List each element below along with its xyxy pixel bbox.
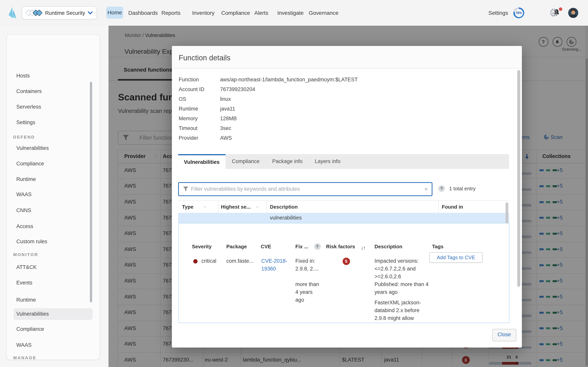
field-value-os: linux <box>220 96 231 102</box>
detail-header-description: Description <box>374 244 402 250</box>
settings-link[interactable]: Settings <box>488 0 508 26</box>
detail-header-package: Package <box>226 244 247 250</box>
top-navbar: Runtime Security Home Dashboards Reports… <box>0 0 588 26</box>
col-header-highest-severity[interactable]: Highest se... <box>221 201 251 213</box>
credits-progress-label: 78% <box>515 9 523 17</box>
field-label-function: Function <box>179 77 217 83</box>
field-label-runtime: Runtime <box>179 106 217 112</box>
close-button[interactable]: Close <box>492 329 516 341</box>
clear-filter-icon[interactable]: × <box>424 183 428 195</box>
modal-tab-compliance[interactable]: Compliance <box>225 154 266 169</box>
sort-icon[interactable]: ↓↑ <box>361 245 365 251</box>
sidebar-section-monitor: MONITOR <box>13 250 91 259</box>
field-value-timeout: 3sec <box>220 125 231 131</box>
sidebar-item-attck[interactable]: ATT&CK <box>14 261 93 273</box>
sidebar-item-cnns[interactable]: CNNS <box>14 205 93 216</box>
sidebar-scrollbar[interactable] <box>90 82 92 302</box>
sidebar-item-runtime-monitor[interactable]: Runtime <box>14 294 93 306</box>
sidebar-item-runtime-defend[interactable]: Runtime <box>14 173 93 185</box>
nav-link-reports[interactable]: Reports <box>161 0 180 26</box>
function-details-modal: Function details Function aws/ap-northea… <box>172 46 522 347</box>
sidebar-item-serverless[interactable]: Serverless <box>14 101 93 113</box>
field-value-account: 767399230204 <box>220 86 255 92</box>
module-diamond-icon <box>36 9 43 16</box>
col-header-description[interactable]: Description <box>270 201 298 213</box>
vulnerability-filter-input[interactable]: Filter vulnerabilities by keywords and a… <box>178 182 432 196</box>
vuln-table-scrollbar-thumb[interactable] <box>506 202 508 226</box>
detail-package-value: com.faste... <box>226 257 254 265</box>
desc-paragraph-2: Published: more than 4 years ago <box>374 281 429 296</box>
sort-icon[interactable]: ↓↑ <box>203 201 206 213</box>
credits-progress-ring[interactable]: 78% <box>513 7 524 18</box>
modal-scrollbar-thumb[interactable] <box>517 70 520 287</box>
sort-icon[interactable]: ↓↑ <box>256 201 259 213</box>
fix-paragraph-2: more than 4 years ago <box>295 281 321 304</box>
app-root: Runtime Security Home Dashboards Reports… <box>0 0 588 367</box>
risk-factors-badge[interactable]: 5 <box>342 258 350 265</box>
modal-tabbar: Vulnerabilities Compliance Package info … <box>178 154 509 169</box>
sidebar-card: Hosts Containers Serverless Settings DEF… <box>6 34 100 360</box>
vuln-table-header: Type ↓↑ Highest se... ↓↑ Description Fou… <box>178 200 509 213</box>
vuln-table-selected-row[interactable]: vulnerabilities <box>178 213 509 223</box>
field-label-timeout: Timeout <box>179 125 217 131</box>
sidebar-item-waas-defend[interactable]: WAAS <box>14 189 93 200</box>
sidebar-item-waas-monitor[interactable]: WAAS <box>14 339 93 351</box>
sidebar-item-access[interactable]: Access <box>14 220 93 232</box>
detail-fix-cell: Fixed in: 2.9.8, 2.... more than 4 years… <box>295 257 321 304</box>
sidebar-item-containers[interactable]: Containers <box>14 86 93 97</box>
sidebar-item-hosts[interactable]: Hosts <box>14 70 93 82</box>
vulnerability-filter-placeholder: Filter vulnerabilities by keywords and a… <box>191 183 300 195</box>
col-header-type[interactable]: Type <box>182 201 193 213</box>
sidebar-item-custom-rules[interactable]: Custom rules <box>14 236 93 247</box>
sidebar-item-compliance-monitor[interactable]: Compliance <box>14 323 93 335</box>
modal-tab-package-info[interactable]: Package info <box>266 154 309 169</box>
sidebar-section-manage: MANAGE <box>13 353 91 362</box>
user-avatar[interactable] <box>568 8 578 18</box>
desc-paragraph-3: FasterXML jackson-databind 2.x before 2.… <box>374 299 429 322</box>
critical-severity-dot <box>193 259 197 263</box>
sidebar-section-defend: DEFEND <box>13 133 91 141</box>
detail-severity-value: critical <box>201 257 217 265</box>
field-value-memory: 128MB <box>220 116 237 121</box>
nav-link-home[interactable]: Home <box>106 7 123 19</box>
fix-help-icon[interactable]: ? <box>314 243 321 250</box>
field-value-function: aws/ap-northeast-1/lambda_function_paedm… <box>220 77 358 83</box>
avatar-face <box>571 10 575 15</box>
field-label-memory: Memory <box>179 116 217 121</box>
detail-header-fix: Fix ... <box>295 244 308 250</box>
prisma-logo-icon <box>8 7 16 18</box>
detail-header-tags: Tags <box>432 244 443 250</box>
nav-link-dashboards[interactable]: Dashboards <box>128 0 158 26</box>
field-value-provider: AWS <box>220 135 232 141</box>
cve-link[interactable]: CVE-2018-19360 <box>261 257 288 273</box>
field-label-os: OS <box>179 96 217 102</box>
sidebar-item-cloud-accounts[interactable]: Cloud accounts <box>14 365 93 367</box>
detail-header-cve: CVE <box>261 244 271 250</box>
sidebar-item-compliance-defend[interactable]: Compliance <box>14 158 93 170</box>
product-selector[interactable]: Runtime Security <box>22 6 97 19</box>
svg-text:AI: AI <box>552 11 555 15</box>
ai-assistant-button[interactable]: AI <box>549 8 558 17</box>
field-label-provider: Provider <box>179 135 217 141</box>
add-tags-to-cve-button[interactable]: Add Tags to CVE <box>429 252 483 263</box>
nav-link-compliance[interactable]: Compliance <box>221 0 250 26</box>
selected-row-text: vulnerabilities <box>270 213 302 223</box>
sidebar-item-settings[interactable]: Settings <box>14 117 93 128</box>
fix-paragraph-1: Fixed in: 2.9.8, 2.... <box>295 257 321 273</box>
filter-help-icon[interactable]: ? <box>438 185 445 192</box>
nav-link-investigate[interactable]: Investigate <box>277 0 304 26</box>
sidebar-item-vulnerabilities-monitor[interactable]: Vulnerabilities <box>14 308 93 320</box>
product-selector-label: Runtime Security <box>45 10 88 16</box>
modal-tab-vulnerabilities[interactable]: Vulnerabilities <box>178 154 225 170</box>
modal-tab-layers-info[interactable]: Layers info <box>309 154 346 169</box>
avatar-body <box>570 14 577 18</box>
nav-link-alerts[interactable]: Alerts <box>254 0 268 26</box>
col-header-found-in[interactable]: Found in <box>442 201 463 213</box>
detail-description-cell: Impacted versions: <=2.6.7.2,2.6 and >=2… <box>374 257 429 322</box>
modal-header: Function details <box>172 46 522 68</box>
sidebar-item-events[interactable]: Events <box>14 277 93 289</box>
sidebar-item-vulnerabilities-defend[interactable]: Vulnerabilities <box>14 142 93 154</box>
desc-paragraph-1: Impacted versions: <=2.6.7.2,2.6 and >=2… <box>374 257 429 281</box>
nav-link-governance[interactable]: Governance <box>309 0 338 26</box>
nav-link-inventory[interactable]: Inventory <box>192 0 215 26</box>
